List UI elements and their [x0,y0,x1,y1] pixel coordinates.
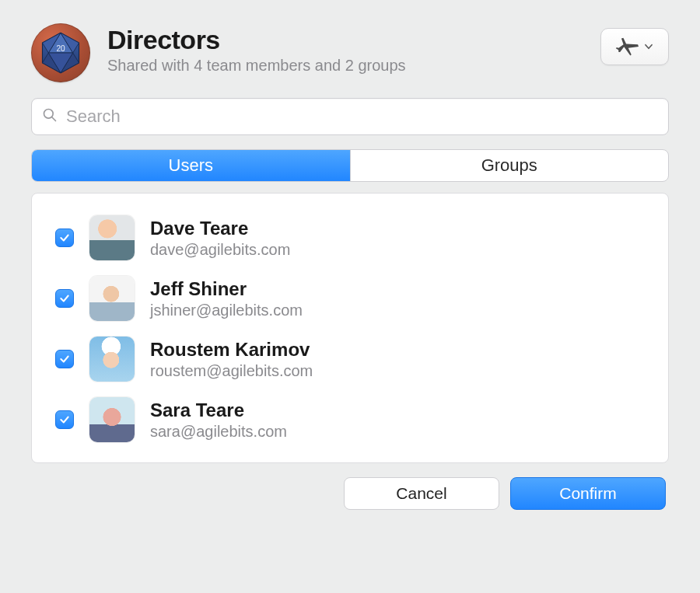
check-icon [59,232,70,243]
svg-line-9 [52,117,56,121]
avatar [89,276,135,321]
user-email: dave@agilebits.com [150,241,290,259]
avatar [89,215,135,260]
user-email: sara@agilebits.com [150,423,287,441]
chevron-down-icon [643,41,654,52]
list-item[interactable]: Roustem Karimov roustem@agilebits.com [47,330,660,391]
list-item[interactable]: Dave Teare dave@agilebits.com [47,209,660,270]
d20-icon: 20 [39,31,82,75]
checkbox[interactable] [55,410,74,429]
checkbox[interactable] [55,228,74,247]
check-icon [59,414,70,425]
user-name: Dave Teare [150,218,290,239]
cancel-button[interactable]: Cancel [344,477,499,510]
user-name: Roustem Karimov [150,339,313,361]
list-item[interactable]: Sara Teare sara@agilebits.com [47,391,660,452]
user-email: roustem@agilebits.com [150,362,313,380]
user-name: Jeff Shiner [150,278,303,300]
user-text: Roustem Karimov roustem@agilebits.com [150,339,313,380]
confirm-button[interactable]: Confirm [510,477,666,510]
user-text: Sara Teare sara@agilebits.com [150,399,287,441]
user-email: jshiner@agilebits.com [150,302,303,319]
user-text: Jeff Shiner jshiner@agilebits.com [150,278,303,319]
dialog-header: 20 Directors Shared with 4 team members … [31,23,669,82]
list-item[interactable]: Jeff Shiner jshiner@agilebits.com [47,270,660,330]
dialog-subtitle: Shared with 4 team members and 2 groups [107,57,583,75]
search-icon [42,107,58,126]
svg-text:20: 20 [56,44,65,53]
check-icon [59,354,70,365]
share-dialog: 20 Directors Shared with 4 team members … [0,0,700,525]
users-list: Dave Teare dave@agilebits.com Jeff Shine… [31,193,669,463]
checkbox[interactable] [55,289,74,308]
segmented-control: Users Groups [31,149,669,182]
user-name: Sara Teare [150,399,287,421]
search-field-wrap [31,98,669,135]
check-icon [59,293,70,304]
header-text: Directors Shared with 4 team members and… [107,23,583,75]
avatar [89,397,135,442]
checkbox[interactable] [55,350,74,368]
search-input[interactable] [31,98,669,135]
travel-mode-button[interactable] [600,28,669,65]
tab-groups[interactable]: Groups [350,150,669,181]
group-avatar: 20 [31,23,90,82]
dialog-footer: Cancel Confirm [31,477,669,510]
tab-users[interactable]: Users [32,150,350,181]
user-text: Dave Teare dave@agilebits.com [150,218,290,259]
airplane-icon [615,35,639,58]
avatar [89,337,135,382]
dialog-title: Directors [107,25,583,55]
